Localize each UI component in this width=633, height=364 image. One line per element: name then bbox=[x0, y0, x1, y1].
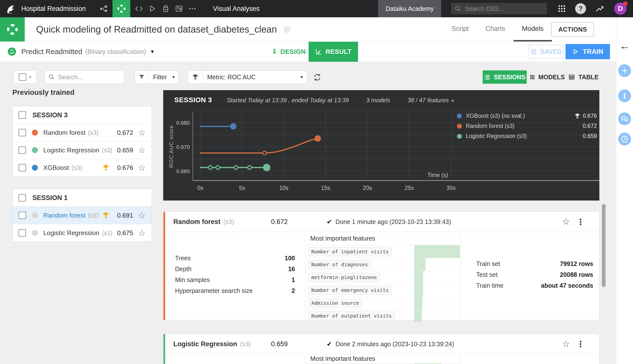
chat-icon bbox=[621, 115, 628, 123]
star-icon[interactable]: ☆ bbox=[138, 229, 146, 237]
dss-search-input[interactable] bbox=[464, 5, 537, 12]
view-table-button[interactable]: TABLE bbox=[568, 70, 599, 84]
add-button[interactable] bbox=[618, 64, 631, 77]
model-row-xgb-s3[interactable]: XGBoost (s3) 0.676 ☆ bbox=[13, 159, 152, 176]
run-icon[interactable] bbox=[146, 0, 159, 17]
tab-charts[interactable]: Charts bbox=[477, 17, 514, 42]
info-row: Test set20088 rows bbox=[461, 269, 600, 280]
model-row-rf-s1-selected[interactable]: Random forest (s1) 0.691 ☆ bbox=[13, 206, 152, 224]
star-icon[interactable]: ☆ bbox=[138, 128, 146, 137]
model-checkbox[interactable] bbox=[19, 212, 26, 219]
param-row: Depth16 bbox=[175, 264, 295, 274]
analysis-header: Quick modeling of Readmitted on dataset_… bbox=[0, 17, 616, 42]
refresh-button[interactable] bbox=[313, 73, 321, 82]
svg-text:15s: 15s bbox=[321, 185, 330, 191]
select-all-checkbox[interactable] bbox=[19, 73, 26, 81]
lab-icon[interactable] bbox=[159, 0, 172, 17]
visual-analyses-icon[interactable] bbox=[112, 0, 130, 17]
apps-grid-icon[interactable] bbox=[557, 4, 566, 13]
model-score: 0.672 bbox=[110, 129, 133, 136]
star-icon[interactable]: ☆ bbox=[562, 212, 570, 232]
star-icon[interactable]: ☆ bbox=[138, 211, 146, 220]
actions-button[interactable]: ACTIONS bbox=[551, 22, 594, 36]
legend-row-random-forest[interactable]: Random forest (s3) 0.672 bbox=[457, 121, 597, 131]
card-header[interactable]: Random forest(s3) 0.672 ✔Done 1 minute a… bbox=[163, 212, 599, 232]
important-features-panel: Most important features Number of inpati… bbox=[305, 232, 461, 320]
page-title: Visual Analyses bbox=[213, 5, 260, 12]
flow-icon[interactable] bbox=[97, 0, 111, 17]
card-title[interactable]: Random forest(s3) bbox=[173, 212, 234, 232]
status-pending-icon bbox=[283, 26, 291, 33]
design-tab[interactable]: DESIGN bbox=[271, 42, 306, 62]
more-menu-icon[interactable] bbox=[186, 0, 199, 17]
code-icon[interactable] bbox=[132, 0, 146, 17]
trophy-icon bbox=[102, 164, 110, 172]
session-checkbox[interactable] bbox=[19, 194, 26, 202]
features-dropdown[interactable]: 38 / 47 features bbox=[407, 97, 449, 104]
view-sessions-button[interactable]: SESSIONS bbox=[483, 70, 527, 84]
model-color-dot bbox=[32, 230, 38, 236]
saved-button[interactable]: SAVED bbox=[528, 45, 563, 58]
dataiku-logo[interactable] bbox=[0, 0, 21, 17]
academy-button[interactable]: Dataiku Academy bbox=[378, 0, 441, 17]
model-row-lr-s1[interactable]: Logistic Regression (s1) 0.675 ☆ bbox=[13, 224, 152, 242]
svg-text:20s: 20s bbox=[363, 185, 372, 191]
filter-dropdown[interactable]: Filter ▾ bbox=[135, 70, 179, 84]
feature-row: metformin-pioglitazone bbox=[305, 271, 461, 284]
session-3-header[interactable]: SESSION 3 bbox=[13, 106, 152, 124]
features-title: Most important features bbox=[305, 354, 461, 364]
dss-search[interactable] bbox=[451, 3, 547, 14]
analysis-title: Quick modeling of Readmitted on dataset_… bbox=[36, 17, 291, 42]
svg-text:Time (s): Time (s) bbox=[428, 172, 448, 178]
legend-row-logistic-regression[interactable]: Logistic Regression (s3) 0.659 bbox=[457, 131, 597, 141]
model-color-dot bbox=[32, 165, 38, 171]
feature-importance-bar bbox=[414, 296, 422, 309]
model-row-lr-s3[interactable]: Logistic Regression (s3) 0.659 ☆ bbox=[13, 141, 152, 159]
models-grid-icon bbox=[530, 74, 535, 80]
legend-dot bbox=[457, 134, 462, 139]
result-tab[interactable]: RESULT bbox=[309, 42, 358, 62]
scrollbar[interactable] bbox=[602, 204, 605, 287]
select-all-dropdown[interactable]: ▾ bbox=[14, 70, 36, 84]
design-flask-icon bbox=[271, 48, 278, 55]
svg-text:0.660: 0.660 bbox=[176, 168, 190, 174]
dashboard-icon[interactable] bbox=[172, 0, 186, 17]
caret-down-icon[interactable]: ▾ bbox=[452, 98, 454, 104]
session-1-header[interactable]: SESSION 1 bbox=[13, 189, 152, 206]
kebab-menu-icon[interactable]: ⋮ bbox=[576, 334, 585, 354]
history-button[interactable] bbox=[618, 132, 631, 146]
chart-legend: XGBoost (s3) (no xval.) 0.676 Random for… bbox=[457, 111, 597, 141]
model-row-rf-s3[interactable]: Random forest (s3) 0.672 ☆ bbox=[13, 124, 152, 141]
model-checkbox[interactable] bbox=[19, 164, 26, 172]
model-search[interactable] bbox=[45, 70, 124, 84]
view-models-button[interactable]: MODELS bbox=[530, 70, 565, 84]
legend-row-xgboost[interactable]: XGBoost (s3) (no xval.) 0.676 bbox=[457, 111, 597, 121]
info-button[interactable]: i bbox=[618, 90, 631, 102]
star-icon[interactable]: ☆ bbox=[138, 164, 146, 172]
card-title[interactable]: Logistic Regression(s3) bbox=[173, 334, 251, 354]
tab-script[interactable]: Script bbox=[443, 17, 477, 42]
model-checkbox[interactable] bbox=[19, 229, 26, 236]
task-selector[interactable]: Predict Readmitted (Binary classificatio… bbox=[7, 42, 155, 62]
star-icon[interactable]: ☆ bbox=[562, 334, 570, 354]
train-button[interactable]: TRAIN bbox=[565, 44, 610, 59]
task-name: Predict Readmitted bbox=[21, 48, 82, 56]
svg-text:ROC AUC score: ROC AUC score bbox=[168, 125, 174, 168]
tab-models[interactable]: Models bbox=[514, 17, 552, 42]
project-name[interactable]: Hospital Readmission bbox=[21, 5, 86, 12]
collapse-panel-icon[interactable]: ← bbox=[616, 40, 633, 52]
model-checkbox[interactable] bbox=[19, 129, 26, 136]
session-checkbox[interactable] bbox=[19, 111, 26, 119]
star-icon[interactable]: ☆ bbox=[138, 146, 146, 154]
card-header[interactable]: Logistic Regression(s3) 0.659 ✔Done 2 mi… bbox=[163, 334, 599, 354]
help-icon[interactable]: ? bbox=[575, 3, 586, 14]
svg-text:30s: 30s bbox=[446, 185, 456, 191]
model-search-input[interactable] bbox=[58, 73, 118, 81]
metric-dropdown[interactable]: Metric: ROC AUC ▾ bbox=[188, 70, 307, 84]
discussions-button[interactable] bbox=[618, 112, 631, 125]
trending-icon[interactable] bbox=[595, 4, 604, 13]
caret-down-icon: ▾ bbox=[29, 74, 31, 80]
user-avatar[interactable]: D bbox=[614, 2, 626, 15]
model-checkbox[interactable] bbox=[19, 146, 26, 154]
kebab-menu-icon[interactable]: ⋮ bbox=[576, 212, 585, 232]
